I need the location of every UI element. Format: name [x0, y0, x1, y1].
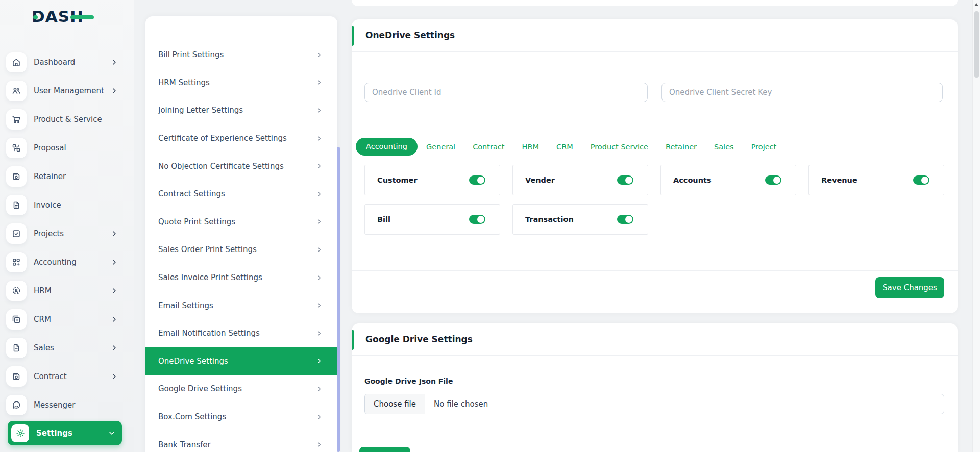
tab-general[interactable]: General: [418, 143, 464, 151]
sidebar-item-accounting[interactable]: Accounting: [6, 248, 125, 277]
logo-dot-accent: [33, 15, 38, 19]
chevron-right-icon: [316, 52, 322, 58]
bill-toggle[interactable]: [469, 215, 485, 224]
menu-item-bank-transfer[interactable]: Bank Transfer: [145, 431, 337, 452]
toggle-card-vender: Vender: [512, 165, 648, 195]
sidebar-item-user-management[interactable]: User Management: [6, 77, 125, 105]
chevron-right-icon: [111, 373, 117, 380]
header-accent-bar: [352, 330, 354, 350]
tab-project[interactable]: Project: [743, 143, 786, 151]
menu-item-label: Joining Letter Settings: [158, 106, 243, 115]
sidebar-item-label: Dashboard: [34, 58, 111, 67]
sidebar-item-label: Invoice: [34, 200, 125, 210]
sidebar-nav: Dashboard User Management Product & Serv…: [6, 48, 125, 419]
sidebar-item-settings[interactable]: Settings: [8, 421, 122, 445]
module-tabs: Accounting General Contract HRM CRM Prod…: [359, 138, 785, 156]
toggle-label: Accounts: [673, 176, 712, 184]
upload-button-partially-visible[interactable]: [359, 447, 410, 452]
sidebar-item-projects[interactable]: Projects: [6, 219, 125, 248]
tab-sales[interactable]: Sales: [705, 143, 743, 151]
chevron-right-icon: [111, 345, 117, 351]
tab-hrm[interactable]: HRM: [513, 143, 548, 151]
menu-item-hrm-settings[interactable]: HRM Settings: [145, 69, 337, 97]
card-header: OneDrive Settings: [352, 19, 958, 52]
sidebar-item-invoice[interactable]: Invoice: [6, 191, 125, 219]
menu-item-contract-settings[interactable]: Contract Settings: [145, 180, 337, 208]
client-id-input[interactable]: [364, 83, 648, 102]
chevron-right-icon: [111, 259, 117, 265]
chevron-right-icon: [111, 88, 117, 94]
sidebar-item-proposal[interactable]: Proposal: [6, 134, 125, 162]
choose-file-button[interactable]: Choose file: [365, 394, 425, 414]
menu-item-label: Contract Settings: [158, 189, 225, 198]
sidebar-item-retainer[interactable]: Retainer: [6, 162, 125, 191]
vender-toggle[interactable]: [617, 175, 633, 185]
brand-logo[interactable]: DASH: [32, 7, 103, 28]
tab-accounting[interactable]: Accounting: [356, 138, 418, 156]
chevron-right-icon: [316, 358, 322, 364]
transaction-toggle[interactable]: [617, 215, 633, 224]
chevron-right-icon: [316, 275, 322, 281]
floppy-icon: [6, 166, 27, 187]
users-icon: [6, 81, 27, 101]
sidebar-item-product-service[interactable]: Product & Service: [6, 105, 125, 134]
toggle-label: Customer: [377, 176, 418, 184]
menu-item-sales-invoice-print-settings[interactable]: Sales Invoice Print Settings: [145, 264, 337, 292]
scrollbar-up-arrow-icon[interactable]: [974, 3, 978, 6]
gear-icon: [11, 424, 29, 442]
menu-item-certificate-of-experience-settings[interactable]: Certificate of Experience Settings: [145, 124, 337, 153]
sidebar-item-crm[interactable]: CRM: [6, 305, 125, 334]
revenue-toggle[interactable]: [913, 175, 929, 185]
tab-retainer[interactable]: Retainer: [657, 143, 705, 151]
sidebar: DASH Dashboard User Management: [0, 0, 134, 452]
grid-plus-icon: [6, 252, 27, 272]
accounts-toggle[interactable]: [765, 175, 781, 185]
toggle-card-customer: Customer: [364, 165, 500, 195]
menu-item-sales-order-print-settings[interactable]: Sales Order Print Settings: [145, 236, 337, 264]
tab-crm[interactable]: CRM: [548, 143, 582, 151]
menu-item-bill-print-settings[interactable]: Bill Print Settings: [145, 41, 337, 69]
sidebar-item-hrm[interactable]: HRM: [6, 277, 125, 305]
onedrive-settings-card: OneDrive Settings Client Id Client Secre…: [352, 19, 958, 313]
settings-menu-scrollbar[interactable]: [337, 147, 340, 452]
sidebar-item-label: Product & Service: [34, 115, 125, 124]
chevron-right-icon: [316, 414, 322, 420]
card-header: Google Drive Settings: [352, 323, 958, 356]
toggle-label: Bill: [377, 215, 390, 223]
menu-item-email-settings[interactable]: Email Settings: [145, 291, 337, 319]
menu-item-no-objection-certificate-settings[interactable]: No Objection Certificate Settings: [145, 152, 337, 180]
menu-item-label: Sales Order Print Settings: [158, 245, 257, 254]
toggle-label: Revenue: [821, 176, 857, 184]
menu-item-joining-letter-settings[interactable]: Joining Letter Settings: [145, 96, 337, 124]
browser-scrollbar[interactable]: [972, 0, 980, 452]
sidebar-item-messenger[interactable]: Messenger: [6, 391, 125, 419]
client-secret-input[interactable]: [662, 83, 943, 102]
menu-item-quote-print-settings[interactable]: Quote Print Settings: [145, 208, 337, 236]
sidebar-item-sales[interactable]: Sales: [6, 334, 125, 362]
copy-plus-icon: [6, 309, 27, 330]
chevron-right-icon: [316, 331, 322, 336]
header-accent-bar: [352, 26, 354, 46]
menu-item-google-drive-settings[interactable]: Google Drive Settings: [145, 375, 337, 403]
menu-item-email-notification-settings[interactable]: Email Notification Settings: [145, 319, 337, 347]
tab-product-service[interactable]: Product Service: [582, 143, 657, 151]
sidebar-item-contract[interactable]: Contract: [6, 362, 125, 391]
sidebar-item-label: CRM: [34, 315, 111, 324]
google-drive-json-file-input[interactable]: Choose file No file chosen: [364, 394, 944, 414]
message-circle-icon: [6, 395, 27, 415]
sidebar-item-dashboard[interactable]: Dashboard: [6, 48, 125, 77]
menu-item-onedrive-settings[interactable]: OneDrive Settings: [145, 347, 337, 375]
scrollbar-thumb[interactable]: [974, 11, 979, 78]
card-title: Google Drive Settings: [365, 334, 473, 344]
customer-toggle[interactable]: [469, 175, 485, 185]
check-square-icon: [6, 223, 27, 244]
save-changes-button[interactable]: Save Changes: [875, 277, 944, 298]
menu-item-box-com-settings[interactable]: Box.Com Settings: [145, 403, 337, 431]
logo-dash-accent: [70, 15, 94, 19]
tab-contract[interactable]: Contract: [464, 143, 513, 151]
menu-item-label: Google Drive Settings: [158, 384, 242, 393]
chevron-right-icon: [316, 80, 322, 85]
toggle-label: Transaction: [525, 215, 574, 223]
menu-item-label: No Objection Certificate Settings: [158, 162, 284, 171]
chevron-down-icon: [109, 430, 115, 436]
